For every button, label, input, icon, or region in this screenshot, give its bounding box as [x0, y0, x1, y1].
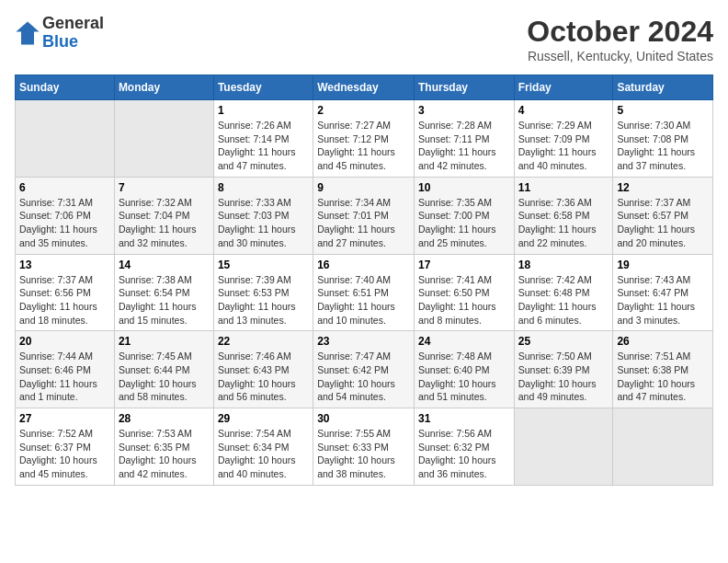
calendar-cell: [16, 100, 115, 178]
day-info: Sunrise: 7:33 AMSunset: 7:03 PMDaylight:…: [218, 196, 309, 250]
day-number: 28: [119, 412, 210, 425]
sunset: Sunset: 6:53 PM: [218, 287, 290, 298]
day-info: Sunrise: 7:27 AMSunset: 7:12 PMDaylight:…: [317, 119, 410, 173]
calendar-cell: 18Sunrise: 7:42 AMSunset: 6:48 PMDayligh…: [514, 254, 613, 331]
day-number: 13: [19, 259, 110, 271]
day-number: 5: [617, 104, 709, 117]
day-number: 25: [518, 335, 609, 348]
day-number: 31: [418, 412, 510, 425]
calendar-cell: [613, 408, 713, 486]
sunset: Sunset: 7:11 PM: [418, 133, 490, 144]
sunset: Sunset: 7:01 PM: [317, 210, 389, 221]
day-number: 11: [518, 181, 609, 194]
calendar-cell: 4Sunrise: 7:29 AMSunset: 7:09 PMDaylight…: [514, 100, 613, 178]
sunset: Sunset: 6:44 PM: [119, 364, 190, 375]
calendar-cell: 2Sunrise: 7:27 AMSunset: 7:12 PMDaylight…: [313, 100, 415, 178]
calendar-cell: 11Sunrise: 7:36 AMSunset: 6:58 PMDayligh…: [514, 177, 613, 254]
day-of-week-tuesday: Tuesday: [213, 75, 313, 100]
day-info: Sunrise: 7:39 AMSunset: 6:53 PMDaylight:…: [218, 273, 309, 327]
calendar-cell: 30Sunrise: 7:55 AMSunset: 6:33 PMDayligh…: [313, 408, 415, 486]
sunset: Sunset: 7:04 PM: [119, 210, 190, 221]
daylight-hours: Daylight: 11 hours and 13 minutes.: [218, 301, 296, 326]
daylight-hours: Daylight: 10 hours and 51 minutes.: [418, 378, 496, 403]
day-number: 24: [418, 335, 510, 348]
sunrise: Sunrise: 7:41 AM: [418, 274, 492, 285]
calendar-cell: 31Sunrise: 7:56 AMSunset: 6:32 PMDayligh…: [414, 408, 514, 486]
day-number: 3: [418, 104, 510, 117]
daylight-hours: Daylight: 10 hours and 42 minutes.: [119, 454, 197, 479]
sunrise: Sunrise: 7:56 AM: [418, 428, 492, 439]
title-block: October 2024 Russell, Kentucky, United S…: [527, 15, 713, 63]
sunset: Sunset: 6:32 PM: [418, 442, 490, 453]
calendar-subtitle: Russell, Kentucky, United States: [527, 49, 713, 63]
daylight-hours: Daylight: 11 hours and 25 minutes.: [418, 224, 496, 248]
calendar-cell: 20Sunrise: 7:44 AMSunset: 6:46 PMDayligh…: [16, 331, 115, 408]
day-info: Sunrise: 7:41 AMSunset: 6:50 PMDaylight:…: [418, 273, 510, 327]
day-info: Sunrise: 7:38 AMSunset: 6:54 PMDaylight:…: [119, 273, 210, 327]
day-number: 6: [19, 181, 110, 194]
sunrise: Sunrise: 7:44 AM: [19, 350, 93, 362]
calendar-cell: 24Sunrise: 7:48 AMSunset: 6:40 PMDayligh…: [414, 331, 514, 408]
day-info: Sunrise: 7:36 AMSunset: 6:58 PMDaylight:…: [518, 196, 609, 250]
day-info: Sunrise: 7:30 AMSunset: 7:08 PMDaylight:…: [617, 119, 709, 173]
day-number: 20: [19, 335, 110, 348]
daylight-hours: Daylight: 11 hours and 40 minutes.: [518, 146, 597, 171]
daylight-hours: Daylight: 11 hours and 22 minutes.: [518, 224, 597, 248]
sunrise: Sunrise: 7:53 AM: [119, 428, 192, 439]
sunset: Sunset: 7:12 PM: [317, 133, 389, 144]
sunrise: Sunrise: 7:51 AM: [617, 350, 690, 362]
day-info: Sunrise: 7:45 AMSunset: 6:44 PMDaylight:…: [119, 350, 210, 404]
calendar-cell: 3Sunrise: 7:28 AMSunset: 7:11 PMDaylight…: [414, 100, 514, 178]
day-info: Sunrise: 7:37 AMSunset: 6:56 PMDaylight:…: [19, 273, 110, 327]
daylight-hours: Daylight: 10 hours and 36 minutes.: [418, 454, 496, 479]
sunset: Sunset: 6:38 PM: [617, 364, 688, 375]
sunrise: Sunrise: 7:52 AM: [19, 428, 93, 439]
daylight-hours: Daylight: 11 hours and 15 minutes.: [119, 301, 197, 326]
day-info: Sunrise: 7:32 AMSunset: 7:04 PMDaylight:…: [119, 196, 210, 250]
calendar-cell: 25Sunrise: 7:50 AMSunset: 6:39 PMDayligh…: [514, 331, 613, 408]
day-number: 22: [218, 335, 309, 348]
day-info: Sunrise: 7:37 AMSunset: 6:57 PMDaylight:…: [617, 196, 709, 250]
sunrise: Sunrise: 7:30 AM: [617, 120, 690, 131]
daylight-hours: Daylight: 11 hours and 35 minutes.: [19, 224, 97, 248]
day-info: Sunrise: 7:35 AMSunset: 7:00 PMDaylight:…: [418, 196, 510, 250]
calendar-cell: 8Sunrise: 7:33 AMSunset: 7:03 PMDaylight…: [213, 177, 313, 254]
sunset: Sunset: 6:56 PM: [19, 287, 91, 298]
daylight-hours: Daylight: 11 hours and 6 minutes.: [518, 301, 597, 326]
day-of-week-sunday: Sunday: [16, 75, 115, 100]
day-number: 17: [418, 259, 510, 271]
sunset: Sunset: 6:48 PM: [518, 287, 590, 298]
day-number: 9: [317, 181, 410, 194]
daylight-hours: Daylight: 10 hours and 58 minutes.: [119, 378, 197, 403]
daylight-hours: Daylight: 10 hours and 40 minutes.: [218, 454, 296, 479]
svg-marker-0: [16, 21, 39, 44]
sunrise: Sunrise: 7:47 AM: [317, 350, 391, 362]
logo-icon: [15, 20, 40, 46]
calendar-week-row: 20Sunrise: 7:44 AMSunset: 6:46 PMDayligh…: [16, 331, 713, 408]
sunset: Sunset: 6:54 PM: [119, 287, 190, 298]
day-info: Sunrise: 7:28 AMSunset: 7:11 PMDaylight:…: [418, 119, 510, 173]
sunset: Sunset: 6:43 PM: [218, 364, 290, 375]
day-number: 27: [19, 412, 110, 425]
sunrise: Sunrise: 7:55 AM: [317, 428, 391, 439]
calendar-cell: 13Sunrise: 7:37 AMSunset: 6:56 PMDayligh…: [16, 254, 115, 331]
calendar-cell: 15Sunrise: 7:39 AMSunset: 6:53 PMDayligh…: [213, 254, 313, 331]
day-info: Sunrise: 7:31 AMSunset: 7:06 PMDaylight:…: [19, 196, 110, 250]
daylight-hours: Daylight: 11 hours and 30 minutes.: [218, 224, 296, 248]
calendar-cell: 16Sunrise: 7:40 AMSunset: 6:51 PMDayligh…: [313, 254, 415, 331]
logo-blue: Blue: [42, 33, 104, 52]
day-info: Sunrise: 7:44 AMSunset: 6:46 PMDaylight:…: [19, 350, 110, 404]
day-info: Sunrise: 7:50 AMSunset: 6:39 PMDaylight:…: [518, 350, 609, 404]
day-info: Sunrise: 7:42 AMSunset: 6:48 PMDaylight:…: [518, 273, 609, 327]
sunset: Sunset: 6:47 PM: [617, 287, 688, 298]
calendar-cell: 10Sunrise: 7:35 AMSunset: 7:00 PMDayligh…: [414, 177, 514, 254]
day-number: 15: [218, 259, 309, 271]
day-number: 1: [218, 104, 309, 117]
sunrise: Sunrise: 7:29 AM: [518, 120, 592, 131]
daylight-hours: Daylight: 10 hours and 47 minutes.: [617, 378, 695, 403]
sunset: Sunset: 6:34 PM: [218, 442, 290, 453]
day-number: 16: [317, 259, 410, 271]
calendar-title: October 2024: [527, 15, 713, 49]
sunset: Sunset: 6:40 PM: [418, 364, 490, 375]
calendar-week-row: 13Sunrise: 7:37 AMSunset: 6:56 PMDayligh…: [16, 254, 713, 331]
